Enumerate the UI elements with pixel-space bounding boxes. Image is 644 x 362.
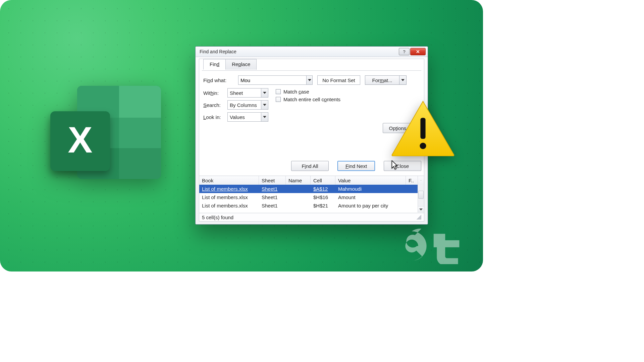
results-header[interactable]: Book Sheet Name Cell Value F.. — [199, 176, 424, 185]
chevron-down-icon — [261, 101, 268, 109]
result-row[interactable]: List of members.xlsx Sheet1 $A$12 Mahmou… — [199, 185, 418, 193]
excel-tile: X — [50, 111, 110, 171]
lookin-dropdown[interactable]: Values — [227, 112, 268, 122]
col-name[interactable]: Name — [286, 176, 311, 185]
find-next-button[interactable]: Find Next — [337, 161, 375, 171]
status-bar: 5 cell(s) found — [199, 213, 424, 221]
col-value[interactable]: Value — [335, 176, 406, 185]
match-case-checkbox[interactable]: Match case — [276, 89, 340, 95]
find-what-input[interactable] — [238, 75, 313, 85]
search-dropdown[interactable]: By Columns — [227, 100, 268, 110]
format-button[interactable]: Format... — [365, 75, 407, 85]
dialog-title: Find and Replace — [200, 49, 398, 54]
scroll-up-button[interactable] — [418, 176, 424, 185]
result-row[interactable]: List of members.xlsx Sheet1 $H$16 Amount — [199, 193, 418, 201]
match-entire-checkbox[interactable]: Match entire cell contents — [276, 97, 340, 102]
find-what-label: Find what: — [202, 77, 238, 83]
within-label: Within: — [202, 90, 227, 96]
status-text: 5 cell(s) found — [202, 215, 233, 220]
scroll-down-button[interactable] — [418, 206, 424, 213]
svg-rect-0 — [420, 118, 425, 139]
col-cell[interactable]: Cell — [311, 176, 335, 185]
results-scrollbar[interactable] — [418, 185, 424, 213]
excel-logo: X — [46, 83, 164, 184]
lookin-label: Look in: — [202, 114, 227, 120]
col-sheet[interactable]: Sheet — [259, 176, 286, 185]
titlebar[interactable]: Find and Replace ? ✕ — [196, 47, 428, 57]
checkbox-icon — [276, 89, 281, 94]
scrollbar-thumb[interactable] — [418, 191, 424, 199]
find-what-history-dropdown[interactable] — [306, 76, 312, 84]
gt-watermark-icon — [393, 227, 470, 264]
warning-icon — [391, 100, 455, 156]
col-book[interactable]: Book — [199, 176, 259, 185]
search-label: Search: — [202, 102, 227, 108]
format-preview: No Format Set — [317, 75, 360, 85]
excel-letter: X — [68, 121, 92, 158]
chevron-down-icon — [261, 88, 268, 97]
result-row[interactable]: List of members.xlsx Sheet1 $H$21 Amount… — [199, 201, 418, 210]
chevron-down-icon — [261, 113, 268, 121]
find-panel: Find what: No Format Set Format... — [202, 70, 421, 124]
close-button[interactable]: Close — [384, 161, 421, 171]
window-close-button[interactable]: ✕ — [410, 48, 426, 55]
within-dropdown[interactable]: Sheet — [227, 88, 268, 98]
checkbox-icon — [276, 97, 281, 102]
format-dropdown-caret[interactable] — [399, 76, 406, 84]
find-what-field[interactable] — [238, 76, 306, 84]
results-table: Book Sheet Name Cell Value F.. List of m… — [199, 176, 424, 213]
tab-find[interactable]: Find — [203, 59, 226, 70]
svg-point-1 — [420, 143, 426, 149]
find-all-button[interactable]: Find All — [291, 161, 329, 171]
dialog-body: Find Replace Find what: — [199, 59, 424, 222]
col-formula[interactable]: F.. — [406, 176, 418, 185]
resize-grip-icon[interactable] — [417, 215, 421, 220]
help-button[interactable]: ? — [399, 48, 410, 55]
results-body: List of members.xlsx Sheet1 $A$12 Mahmou… — [199, 185, 418, 213]
tab-replace[interactable]: Replace — [225, 59, 257, 70]
